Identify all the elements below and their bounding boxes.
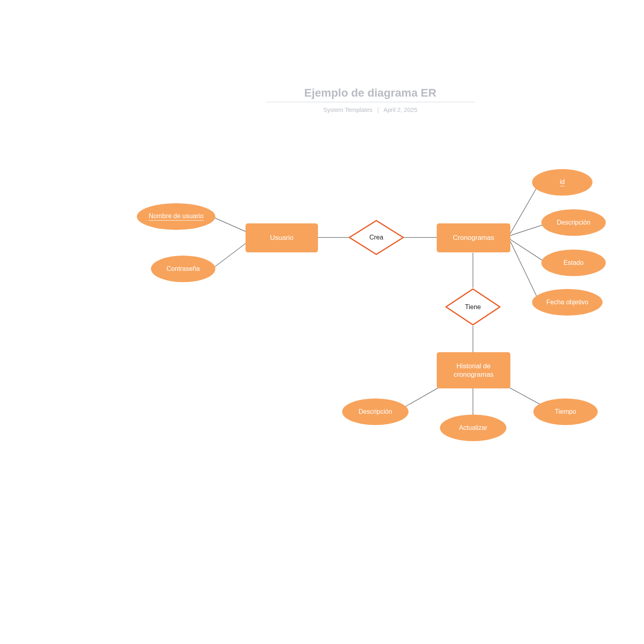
entity-usuario-label: Usuario — [270, 234, 294, 242]
attribute-crono-descripcion-label: Descripción — [557, 219, 590, 226]
attribute-crono-id-label: id — [560, 178, 565, 186]
attribute-crono-fecha[interactable]: Fecha objetivo — [532, 289, 603, 316]
attribute-crono-id[interactable]: id — [532, 169, 592, 196]
attribute-usuario-nombre-label: Nombre de usuario — [149, 213, 203, 221]
attribute-hist-descripcion-label: Descripción — [359, 408, 392, 415]
relationship-tiene-label: Tiene — [465, 303, 481, 311]
diagram-header: Ejemplo de diagrama ER System Templates … — [258, 87, 483, 113]
diagram-title: Ejemplo de diagrama ER — [266, 87, 475, 102]
attribute-usuario-contrasena[interactable]: Contraseña — [151, 256, 215, 282]
attribute-hist-descripcion[interactable]: Descripción — [342, 398, 409, 425]
edge-usuario-contrasena — [213, 244, 246, 268]
attribute-hist-actualizar-label: Actualizar — [459, 424, 487, 431]
edge-crono-fecha — [510, 242, 539, 302]
diagram-date: April 2, 2025 — [384, 106, 417, 113]
edge-usuario-nombre — [213, 217, 246, 231]
entity-historial[interactable]: Historial de cronogramas — [437, 352, 510, 388]
attribute-crono-estado[interactable]: Estado — [541, 250, 606, 276]
subtitle-divider: | — [377, 106, 379, 113]
attribute-hist-tiempo[interactable]: Tiempo — [533, 398, 598, 425]
attribute-crono-fecha-label: Fecha objetivo — [546, 299, 588, 306]
entity-historial-label: Historial de cronogramas — [440, 362, 507, 379]
diagram-subtitle: System Templates | April 2, 2025 — [258, 106, 483, 113]
edge-crono-id — [510, 183, 539, 233]
diagram-author: System Templates — [323, 106, 372, 113]
attribute-usuario-nombre[interactable]: Nombre de usuario — [137, 203, 215, 230]
attribute-hist-tiempo-label: Tiempo — [555, 408, 576, 415]
er-diagram-canvas: Ejemplo de diagrama ER System Templates … — [0, 0, 644, 644]
relationship-tiene[interactable]: Tiene — [445, 288, 501, 326]
entity-usuario[interactable]: Usuario — [246, 223, 318, 252]
attribute-crono-estado-label: Estado — [564, 259, 584, 266]
attribute-hist-actualizar[interactable]: Actualizar — [440, 415, 506, 441]
relationship-crea-label: Crea — [369, 234, 384, 241]
relationship-crea[interactable]: Crea — [348, 219, 405, 256]
entity-cronogramas-label: Cronogramas — [453, 234, 494, 242]
attribute-usuario-contrasena-label: Contraseña — [167, 265, 200, 272]
attribute-crono-descripcion[interactable]: Descripción — [541, 209, 606, 236]
entity-cronogramas[interactable]: Cronogramas — [437, 223, 510, 252]
